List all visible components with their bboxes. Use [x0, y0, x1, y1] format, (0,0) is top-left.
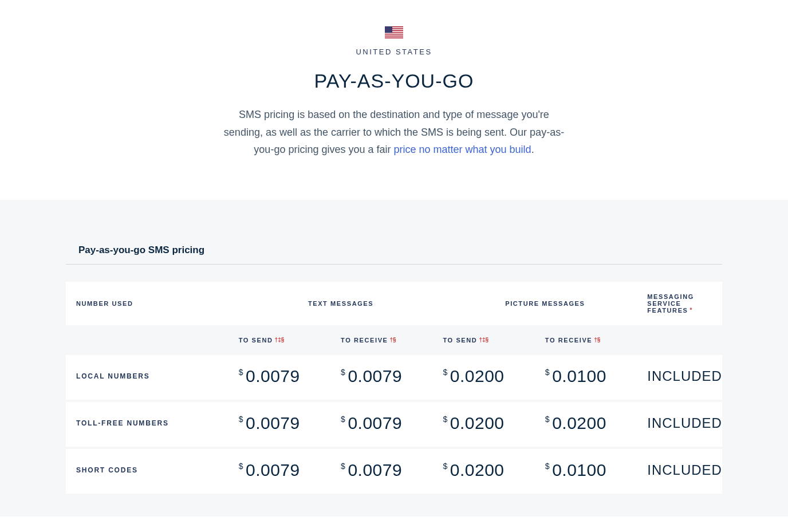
- row-label: SHORT CODES: [66, 449, 239, 494]
- svg-rect-5: [385, 35, 403, 36]
- svg-rect-7: [385, 26, 392, 33]
- table-row: SHORT CODES $0.0079 $0.0079 $0.0200 $0.0…: [66, 449, 722, 494]
- table-row: LOCAL NUMBERS $0.0079 $0.0079 $0.0200 $0…: [66, 355, 722, 400]
- subheader-pic-to-send: TO SEND†‡§: [443, 328, 545, 353]
- subheader-pic-to-receive: TO RECEIVE†§: [545, 328, 647, 353]
- svg-rect-4: [385, 33, 403, 34]
- pricing-table: NUMBER USED TEXT MESSAGES PICTURE MESSAG…: [66, 279, 722, 496]
- svg-rect-6: [385, 37, 403, 38]
- country-name: UNITED STATES: [23, 48, 765, 56]
- subheader-text-to-send: TO SEND†‡§: [239, 328, 341, 353]
- col-header-number-used: NUMBER USED: [66, 282, 239, 325]
- col-header-messaging-features: MESSAGING SERVICE FEATURES*: [647, 282, 722, 325]
- pricing-philosophy-link[interactable]: price no matter what you build: [393, 144, 531, 155]
- hero-description: SMS pricing is based on the destination …: [219, 106, 569, 159]
- subheader-text-to-receive: TO RECEIVE†§: [341, 328, 443, 353]
- col-header-picture-messages: PICTURE MESSAGES: [443, 282, 647, 325]
- row-label: LOCAL NUMBERS: [66, 355, 239, 400]
- table-row: TOLL-FREE NUMBERS $0.0079 $0.0079 $0.020…: [66, 402, 722, 447]
- tab-payg-sms[interactable]: Pay-as-you-go SMS pricing: [66, 245, 204, 255]
- col-header-text-messages: TEXT MESSAGES: [239, 282, 443, 325]
- page-title: PAY-AS-YOU-GO: [23, 70, 765, 92]
- row-label: TOLL-FREE NUMBERS: [66, 402, 239, 447]
- us-flag-icon: [385, 26, 403, 38]
